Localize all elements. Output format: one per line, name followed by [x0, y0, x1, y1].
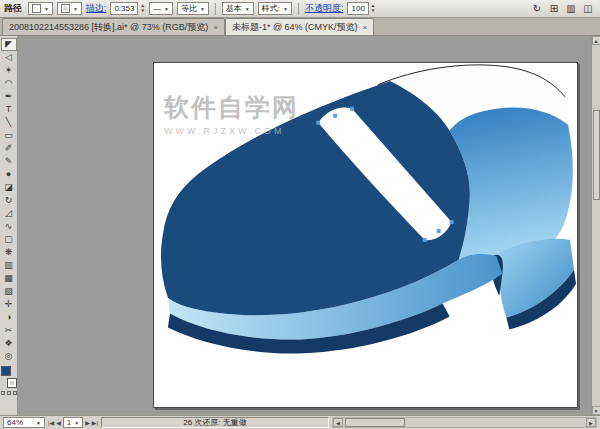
none-mode-button[interactable] [13, 391, 17, 395]
stepper-down-icon[interactable]: ▼ [371, 9, 375, 14]
next-artboard-button[interactable]: ▶ [85, 419, 90, 426]
column-graph-tool[interactable]: ▥ [1, 259, 17, 272]
scroll-left-icon[interactable]: ◀ [333, 418, 343, 427]
stroke-well-icon [61, 4, 70, 13]
scroll-down-icon[interactable]: ▼ [592, 406, 600, 415]
paintbrush-tool[interactable]: ✐ [1, 142, 17, 155]
scale-tool[interactable]: ◿ [1, 207, 17, 220]
canvas[interactable]: 软件自学网 WWW.RJZXW.COM [18, 36, 591, 415]
hand-tool[interactable]: ❖ [1, 337, 17, 350]
first-artboard-button[interactable]: |◀ [48, 419, 54, 426]
zoom-dropdown[interactable]: 64% ▼ [3, 417, 45, 428]
pencil-tool[interactable]: ✎ [1, 155, 17, 168]
uniform-width-label: 等比 [181, 3, 197, 14]
grid-icon[interactable]: ⊞ [546, 1, 562, 16]
magic-wand-tool[interactable]: ✶ [1, 64, 17, 77]
chevron-down-icon: ▼ [283, 6, 288, 12]
free-transform-tool[interactable]: ▢ [1, 233, 17, 246]
chevron-down-icon: ▼ [245, 6, 250, 12]
chevron-down-icon: ▼ [36, 420, 41, 426]
color-mode-button[interactable] [1, 391, 5, 395]
stroke-label[interactable]: 描边: [86, 2, 107, 15]
stepper-down-icon[interactable]: ▼ [140, 9, 144, 14]
opacity-label[interactable]: 不透明度: [305, 2, 344, 15]
panels-icon[interactable]: ◫ [580, 1, 596, 16]
chevron-down-icon: ▼ [73, 6, 78, 12]
selection-tool[interactable]: ◤ [1, 38, 17, 51]
tab-label: 未标题-1* @ 64% (CMYK/预览) [232, 21, 358, 34]
artboard[interactable]: 软件自学网 WWW.RJZXW.COM [153, 62, 578, 408]
status-message[interactable]: 26 次还原: 无重做 [101, 417, 329, 428]
stroke-swatch[interactable] [7, 378, 17, 388]
chevron-down-icon: ▼ [164, 6, 169, 12]
lasso-tool[interactable]: ◠ [1, 77, 17, 90]
opacity-value: 100 [351, 4, 364, 13]
gradient-tool[interactable]: ▧ [1, 285, 17, 298]
vertical-scroll-thumb[interactable] [593, 110, 600, 200]
width-tool[interactable]: ∿ [1, 220, 17, 233]
artboard-number: 1 [67, 418, 71, 427]
chevron-down-icon: ▼ [44, 6, 49, 12]
blend-tool[interactable]: ◑ [1, 311, 17, 324]
divider [215, 3, 216, 15]
zoom-tool[interactable]: ◎ [1, 350, 17, 363]
panel-label: 路径 [4, 2, 22, 15]
vertical-scrollbar[interactable]: ▲ ▼ [591, 36, 600, 415]
vertical-scroll-track[interactable] [592, 45, 600, 406]
gradient-mode-button[interactable] [7, 391, 11, 395]
fill-well-icon [32, 4, 41, 13]
opacity-stepper[interactable]: ▲ ▼ [371, 4, 375, 14]
stroke-weight-input[interactable]: 0.353 [110, 2, 138, 15]
stroke-weight-stepper[interactable]: ▲ ▼ [140, 4, 144, 14]
artboard-number-dropdown[interactable]: 1 ▼ [63, 417, 83, 428]
close-icon[interactable]: × [213, 23, 218, 32]
previous-artboard-button[interactable]: ◀ [56, 419, 61, 426]
slice-tool[interactable]: ✂ [1, 324, 17, 337]
tab-document-2[interactable]: 未标题-1* @ 64% (CMYK/预览) × [225, 18, 374, 35]
illustrator-window: 路径 ▼ ▼ 描边: 0.353 ▲ ▼ — ▼ 等比 ▼ 基本 ▼ [0, 0, 600, 429]
eyedropper-tool[interactable]: ✛ [1, 298, 17, 311]
scroll-right-icon[interactable]: ▶ [586, 418, 596, 427]
last-artboard-button[interactable]: ▶| [92, 419, 98, 426]
style-label: 样式: [262, 3, 280, 14]
brush-definition-label: 基本 [226, 3, 242, 14]
blob-brush-tool[interactable]: ● [1, 168, 17, 181]
document-area: ◤ ◁ ✶ ◠ ✒ T ╲ ▭ ✐ ✎ ● ◪ ↻ ◿ ∿ ▢ ❋ ▥ ▦ ▧ … [0, 36, 600, 415]
brush-definition-dropdown[interactable]: 基本 ▼ [222, 2, 254, 15]
horizontal-scrollbar[interactable]: ◀ ▶ [332, 417, 597, 428]
direct-selection-tool[interactable]: ◁ [1, 51, 17, 64]
stroke-profile-dropdown[interactable]: — ▼ [149, 2, 173, 15]
line-profile-icon: — [153, 4, 161, 13]
status-bar: 64% ▼ |◀ ◀ 1 ▼ ▶ ▶| 26 次还原: 无重做 ◀ ▶ [0, 415, 600, 429]
tab-document-1[interactable]: 2008102214553286 [转换].ai* @ 73% (RGB/预览)… [2, 18, 225, 35]
chevron-down-icon: ▼ [200, 6, 205, 12]
shoe-illustration[interactable] [154, 63, 577, 407]
status-message-text: 26 次还原: 无重做 [183, 417, 247, 428]
options-bar-icons: ↻ ⊞ ▥ ◫ [529, 1, 596, 16]
tab-label: 2008102214553286 [转换].ai* @ 73% (RGB/预览) [9, 21, 208, 34]
rotate-view-icon[interactable]: ↻ [529, 1, 545, 16]
style-dropdown[interactable]: 样式: ▼ [258, 2, 292, 15]
close-icon[interactable]: × [363, 23, 368, 32]
rectangle-tool[interactable]: ▭ [1, 129, 17, 142]
fill-swatch[interactable] [1, 366, 11, 376]
options-bar: 路径 ▼ ▼ 描边: 0.353 ▲ ▼ — ▼ 等比 ▼ 基本 ▼ [0, 0, 600, 18]
color-swatches [1, 366, 17, 388]
uniform-width-dropdown[interactable]: 等比 ▼ [177, 2, 209, 15]
opacity-input[interactable]: 100 [347, 2, 368, 15]
symbol-sprayer-tool[interactable]: ❋ [1, 246, 17, 259]
artboard-navigation: |◀ ◀ 1 ▼ ▶ ▶| [48, 417, 98, 428]
columns-icon[interactable]: ▥ [563, 1, 579, 16]
eraser-tool[interactable]: ◪ [1, 181, 17, 194]
stroke-color-well[interactable]: ▼ [57, 2, 82, 15]
line-segment-tool[interactable]: ╲ [1, 116, 17, 129]
type-tool[interactable]: T [1, 103, 17, 116]
pen-tool[interactable]: ✒ [1, 90, 17, 103]
horizontal-scroll-thumb[interactable] [345, 418, 405, 427]
fill-color-well[interactable]: ▼ [28, 2, 53, 15]
draw-mode-buttons [1, 391, 17, 395]
mesh-tool[interactable]: ▦ [1, 272, 17, 285]
scroll-up-icon[interactable]: ▲ [592, 36, 600, 45]
toolbox: ◤ ◁ ✶ ◠ ✒ T ╲ ▭ ✐ ✎ ● ◪ ↻ ◿ ∿ ▢ ❋ ▥ ▦ ▧ … [0, 36, 18, 415]
rotate-tool[interactable]: ↻ [1, 194, 17, 207]
